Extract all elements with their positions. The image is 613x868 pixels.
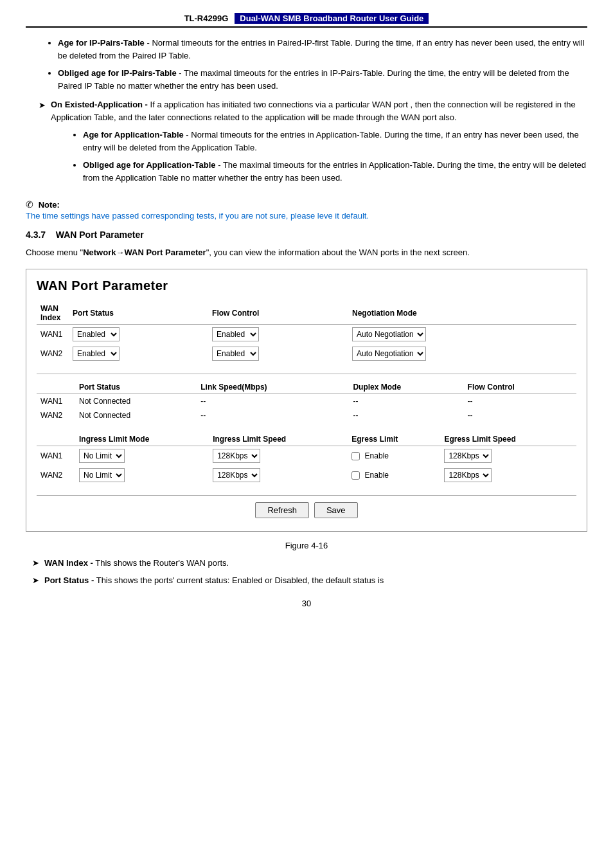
wan1-ingress-mode-select[interactable]: No Limit xyxy=(79,449,125,463)
col-flow-control2: Flow Control xyxy=(464,381,576,394)
header-model: TL-R4299G xyxy=(184,14,229,23)
term-obliged-app: Obliged age for Application-Table xyxy=(83,160,216,170)
wan2-egress-speed-select[interactable]: 128Kbps xyxy=(444,468,492,482)
wan1-egress-enable-cell: Enable xyxy=(348,446,440,466)
wan1-port-status-val: Not Connected xyxy=(75,393,197,408)
note-text: The time settings have passed correspond… xyxy=(26,211,587,221)
col-empty2 xyxy=(37,381,75,394)
wan2-duplex-val: -- xyxy=(349,408,463,422)
arrow-icon: ➤ xyxy=(32,557,39,570)
wan2-port-status-select[interactable]: Enabled Disabled xyxy=(73,347,120,361)
wan-limit-table: Ingress Limit Mode Ingress Limit Speed E… xyxy=(37,433,576,485)
wan1-negotiation-cell: Auto Negotiation xyxy=(348,324,556,344)
table-row: WAN2 No Limit 128Kbps Enable xyxy=(37,466,576,485)
wan2-status-label: WAN2 xyxy=(37,408,75,422)
wan1-limit-label: WAN1 xyxy=(37,446,75,466)
col-flow-control: Flow Control xyxy=(208,302,348,325)
col-wan-index: WAN Index xyxy=(37,302,69,325)
wan1-egress-speed-cell: 128Kbps xyxy=(440,446,576,466)
ip-pairs-list: Age for IP-Pairs-Table - Normal timeouts… xyxy=(58,37,587,92)
wan1-egress-speed-select[interactable]: 128Kbps xyxy=(444,449,492,463)
term-wan-index: WAN Index - xyxy=(44,558,93,568)
table-row: WAN2 Enabled Disabled Enabled Disabled xyxy=(37,344,576,363)
section-intro: Choose menu "Network→WAN Port Parameter"… xyxy=(26,246,587,260)
wan2-neg-empty xyxy=(556,344,576,363)
wan2-egress-enable-cell: Enable xyxy=(348,466,440,485)
wan2-ingress-speed-select[interactable]: 128Kbps xyxy=(213,468,260,482)
existed-app-item: ➤ On Existed-Application - If a applicat… xyxy=(39,98,587,190)
section-number: 4.3.7 xyxy=(26,230,46,240)
table-row: WAN2 Not Connected -- -- -- xyxy=(37,408,576,422)
arrow-icon: ➤ xyxy=(32,574,39,587)
term-port-status: Port Status - xyxy=(44,575,94,585)
bottom-item-2: Port Status - This shows the ports' curr… xyxy=(44,574,384,587)
list-item: ➤ Port Status - This shows the ports' cu… xyxy=(32,574,587,587)
section-heading: 4.3.7 WAN Port Parameter xyxy=(26,230,587,240)
divider1 xyxy=(37,374,576,374)
col-port-status2: Port Status xyxy=(75,381,197,394)
wan2-ingress-mode-select[interactable]: No Limit xyxy=(79,468,125,482)
bottom-item-1: WAN Index - This shows the Router's WAN … xyxy=(44,557,229,570)
wan1-egress-label: Enable xyxy=(365,451,389,460)
list-item: Obliged age for Application-Table - The … xyxy=(83,159,587,184)
wan-config-table: WAN Index Port Status Flow Control Negot… xyxy=(37,302,576,363)
wan-status-table: Port Status Link Speed(Mbps) Duplex Mode… xyxy=(37,381,576,422)
note-icon: ✆ xyxy=(26,199,33,210)
wan1-status-label: WAN1 xyxy=(37,393,75,408)
wan-port-parameter-box: WAN Port Parameter WAN Index Port Status… xyxy=(26,269,587,532)
arrow-icon: ➤ xyxy=(39,99,46,112)
wan2-negotiation-cell: Auto Negotiation xyxy=(348,344,556,363)
wan2-negotiation-select[interactable]: Auto Negotiation xyxy=(352,347,426,361)
wan1-neg-empty xyxy=(556,324,576,344)
refresh-button[interactable]: Refresh xyxy=(255,502,309,518)
wan2-port-status-val: Not Connected xyxy=(75,408,197,422)
list-item: Obliged age for IP-Pairs-Table - The max… xyxy=(58,67,587,92)
button-row: Refresh Save xyxy=(37,495,576,518)
save-button[interactable]: Save xyxy=(314,502,358,518)
header-title: Dual-WAN SMB Broadband Router User Guide xyxy=(235,13,429,24)
col-ingress-mode: Ingress Limit Mode xyxy=(75,433,209,446)
term-age-app: Age for Application-Table xyxy=(83,130,184,140)
section-title: WAN Port Parameter xyxy=(56,230,144,240)
wan1-flow-val: -- xyxy=(464,393,576,408)
wan1-negotiation-select[interactable]: Auto Negotiation xyxy=(352,327,426,341)
existed-app-list: ➤ On Existed-Application - If a applicat… xyxy=(39,98,587,190)
note-section: ✆ Note: The time settings have passed co… xyxy=(26,199,587,221)
wan2-flow-control-select[interactable]: Enabled Disabled xyxy=(212,347,259,361)
wan1-egress-checkbox[interactable] xyxy=(351,452,360,460)
wan1-link-speed-val: -- xyxy=(197,393,349,408)
col-link-speed: Link Speed(Mbps) xyxy=(197,381,349,394)
page-number: 30 xyxy=(26,599,587,608)
wan2-link-speed-val: -- xyxy=(197,408,349,422)
wan1-label: WAN1 xyxy=(37,324,69,344)
wan1-port-status-cell: Enabled Disabled xyxy=(69,324,208,344)
col-port-status: Port Status xyxy=(69,302,208,325)
wan1-ingress-speed-select[interactable]: 128Kbps xyxy=(213,449,260,463)
term-age-ip: Age for IP-Pairs-Table xyxy=(58,38,145,48)
app-table-bullets: Age for Application-Table - Normal timeo… xyxy=(83,129,587,184)
wan2-port-status-cell: Enabled Disabled xyxy=(69,344,208,363)
wan2-flow-control-cell: Enabled Disabled xyxy=(208,344,348,363)
wan2-egress-speed-cell: 128Kbps xyxy=(440,466,576,485)
page: TL-R4299G Dual-WAN SMB Broadband Router … xyxy=(0,0,613,628)
term-existed-app: On Existed-Application - xyxy=(51,100,148,109)
bottom-list: ➤ WAN Index - This shows the Router's WA… xyxy=(32,557,587,587)
wan2-ingress-speed-cell: 128Kbps xyxy=(209,466,348,485)
col-negotiation-mode: Negotiation Mode xyxy=(348,302,556,325)
wan1-flow-control-select[interactable]: Enabled Disabled xyxy=(212,327,259,341)
header-bar: TL-R4299G Dual-WAN SMB Broadband Router … xyxy=(26,13,587,28)
table-row: WAN1 No Limit 128Kbps Enable xyxy=(37,446,576,466)
wan2-flow-val: -- xyxy=(464,408,576,422)
wan1-port-status-select[interactable]: Enabled Disabled xyxy=(73,327,120,341)
wan1-flow-control-cell: Enabled Disabled xyxy=(208,324,348,344)
wan2-label: WAN2 xyxy=(37,344,69,363)
wan2-limit-label: WAN2 xyxy=(37,466,75,485)
col-ingress-speed: Ingress Limit Speed xyxy=(209,433,348,446)
list-item: Age for Application-Table - Normal timeo… xyxy=(83,129,587,154)
desc-wan-index: This shows the Router's WAN ports. xyxy=(95,558,229,568)
wan1-ingress-mode-cell: No Limit xyxy=(75,446,209,466)
col-egress-speed: Egress Limit Speed xyxy=(440,433,576,446)
wan2-egress-checkbox[interactable] xyxy=(351,471,360,480)
figure-caption: Figure 4-16 xyxy=(26,541,587,550)
list-item: Age for IP-Pairs-Table - Normal timeouts… xyxy=(58,37,587,62)
